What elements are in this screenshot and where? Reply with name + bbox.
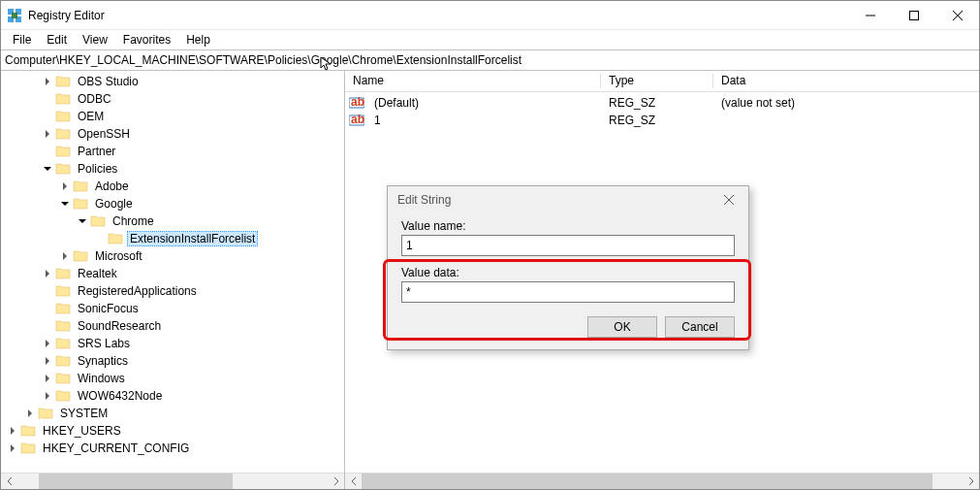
tree-item[interactable]: OEM xyxy=(1,108,344,125)
expand-icon[interactable] xyxy=(42,373,53,384)
tree-item-label: Microsoft xyxy=(92,248,145,264)
tree-item[interactable]: Partner xyxy=(1,143,344,160)
tree-item[interactable]: OBS Studio xyxy=(1,73,344,90)
expand-icon[interactable] xyxy=(42,355,53,367)
tree-item[interactable]: Chrome xyxy=(1,212,344,230)
tree-item[interactable]: ODBC xyxy=(1,90,344,108)
tree-item[interactable]: Google xyxy=(1,195,344,212)
tree-item[interactable]: HKEY_CURRENT_CONFIG xyxy=(1,440,344,457)
folder-icon xyxy=(90,213,106,229)
tree-item-label: Windows xyxy=(75,371,128,386)
menu-view[interactable]: View xyxy=(75,31,115,49)
folder-icon xyxy=(55,283,71,299)
expand-icon[interactable] xyxy=(7,442,18,454)
tree-pane: OBS StudioODBCOEMOpenSSHPartnerPoliciesA… xyxy=(1,71,345,489)
tree-item[interactable]: Synaptics xyxy=(1,352,344,370)
tree-item[interactable]: SoundResearch xyxy=(1,317,344,335)
collapse-icon[interactable] xyxy=(77,215,88,227)
maximize-button[interactable] xyxy=(892,1,935,30)
tree-item[interactable]: Microsoft xyxy=(1,247,344,265)
tree-item[interactable]: OpenSSH xyxy=(1,125,344,143)
column-name[interactable]: Name xyxy=(345,71,601,91)
horizontal-scrollbar[interactable] xyxy=(1,473,344,489)
dialog-title-bar[interactable]: Edit String xyxy=(388,186,748,213)
expand-icon[interactable] xyxy=(59,250,71,262)
cell-data: (value not set) xyxy=(713,96,979,110)
expand-icon[interactable] xyxy=(42,76,53,87)
folder-icon xyxy=(55,336,71,351)
tree-item-label: OpenSSH xyxy=(75,126,133,142)
cell-name: 1 xyxy=(366,114,601,127)
tree-item-label: Realtek xyxy=(75,266,120,281)
expand-icon[interactable] xyxy=(42,390,53,402)
tree-item[interactable]: ExtensionInstallForcelist xyxy=(1,230,344,247)
folder-icon xyxy=(55,161,71,177)
cell-type: REG_SZ xyxy=(601,96,713,110)
expand-icon[interactable] xyxy=(42,128,53,140)
cancel-button[interactable]: Cancel xyxy=(665,316,735,338)
close-button[interactable] xyxy=(935,1,979,30)
list-horizontal-scrollbar[interactable] xyxy=(345,473,979,489)
expand-icon[interactable] xyxy=(42,338,53,349)
folder-icon xyxy=(55,126,71,142)
column-type[interactable]: Type xyxy=(601,71,713,91)
svg-rect-4 xyxy=(12,13,17,18)
address-input[interactable] xyxy=(5,53,975,67)
scroll-left-button[interactable] xyxy=(345,474,362,490)
no-expand-icon xyxy=(42,303,53,314)
expand-icon[interactable] xyxy=(42,268,53,279)
tree-item[interactable]: Realtek xyxy=(1,265,344,282)
tree-item[interactable]: SonicFocus xyxy=(1,300,344,317)
dialog-close-button[interactable] xyxy=(719,190,739,210)
tree-item[interactable]: SRS Labs xyxy=(1,335,344,352)
folder-icon xyxy=(55,266,71,281)
scroll-thumb[interactable] xyxy=(362,474,933,490)
tree-item-label: Synaptics xyxy=(75,353,131,369)
tree-item[interactable]: Policies xyxy=(1,160,344,178)
tree-item[interactable]: Windows xyxy=(1,370,344,387)
app-icon xyxy=(7,8,22,23)
no-expand-icon xyxy=(42,320,53,332)
no-expand-icon xyxy=(42,285,53,297)
expand-icon[interactable] xyxy=(24,408,36,419)
menu-file[interactable]: File xyxy=(5,31,39,49)
cell-name: (Default) xyxy=(366,96,601,110)
menu-help[interactable]: Help xyxy=(178,31,218,49)
folder-icon xyxy=(55,318,71,334)
folder-icon xyxy=(20,441,36,456)
expand-icon[interactable] xyxy=(59,180,71,192)
column-data[interactable]: Data xyxy=(713,71,979,91)
folder-icon xyxy=(55,371,71,386)
value-name-input[interactable] xyxy=(401,235,735,256)
registry-tree[interactable]: OBS StudioODBCOEMOpenSSHPartnerPoliciesA… xyxy=(1,71,344,473)
minimize-button[interactable] xyxy=(848,1,892,30)
scroll-right-button[interactable] xyxy=(328,474,344,490)
tree-item-label: SonicFocus xyxy=(75,301,142,316)
folder-icon xyxy=(55,388,71,404)
tree-item[interactable]: SYSTEM xyxy=(1,405,344,422)
collapse-icon[interactable] xyxy=(42,163,53,175)
ok-button[interactable]: OK xyxy=(587,316,657,338)
value-data-input[interactable] xyxy=(401,281,735,303)
tree-item[interactable]: Adobe xyxy=(1,178,344,195)
tree-item-label: OBS Studio xyxy=(75,74,142,89)
scroll-track[interactable] xyxy=(362,474,963,490)
scroll-right-button[interactable] xyxy=(963,474,979,490)
expand-icon[interactable] xyxy=(7,425,18,437)
value-name-label: Value name: xyxy=(401,219,735,233)
folder-icon xyxy=(73,248,88,264)
scroll-track[interactable] xyxy=(17,474,328,490)
list-item[interactable]: 1REG_SZ xyxy=(345,112,979,129)
no-expand-icon xyxy=(42,93,53,105)
tree-item[interactable]: RegisteredApplications xyxy=(1,282,344,300)
list-item[interactable]: (Default)REG_SZ(value not set) xyxy=(345,94,979,112)
folder-icon xyxy=(38,406,53,421)
menu-bar: File Edit View Favorites Help xyxy=(1,30,979,49)
tree-item[interactable]: WOW6432Node xyxy=(1,387,344,405)
scroll-left-button[interactable] xyxy=(1,474,17,490)
menu-edit[interactable]: Edit xyxy=(39,31,75,49)
collapse-icon[interactable] xyxy=(59,198,71,210)
menu-favorites[interactable]: Favorites xyxy=(115,31,178,49)
tree-item[interactable]: HKEY_USERS xyxy=(1,422,344,440)
scroll-thumb[interactable] xyxy=(39,474,233,490)
